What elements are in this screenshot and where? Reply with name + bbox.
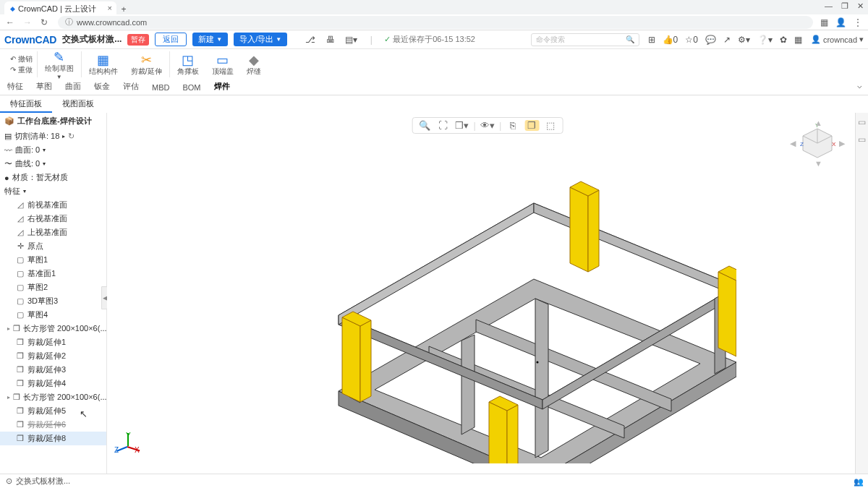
logo[interactable]: CrownCAD [4, 34, 56, 46]
export-button[interactable]: 导入/导出 ▼ [234, 33, 287, 46]
svg-text:Z: Z [800, 141, 804, 147]
cut-list-row[interactable]: ▤ 切割清单: 18 ▸↻ [0, 129, 106, 143]
menu-icon[interactable]: ⋮ [854, 17, 862, 27]
refresh-icon[interactable]: ↻ [68, 132, 75, 141]
chat-icon[interactable]: 💬 [705, 35, 716, 45]
status-tab[interactable]: 交换式板材激... [16, 476, 70, 487]
close-tab-icon[interactable]: × [108, 4, 112, 12]
branch-icon[interactable]: ⎇ [303, 35, 318, 45]
star-button[interactable]: ☆0 [685, 35, 698, 45]
zoom-icon[interactable]: 🔍 [417, 120, 432, 131]
material-row[interactable]: ● 材质：暂无材质 [0, 171, 106, 184]
tree-item[interactable]: ✛原点 [0, 239, 106, 253]
shade-icon[interactable]: ❐ [524, 120, 539, 131]
tree-item[interactable]: ◿上视基准面 [0, 226, 106, 239]
last-saved: ✓最近保存于06-15 13:52 [384, 34, 475, 45]
tab-evaluate[interactable]: 评估 [123, 81, 139, 95]
curve-row[interactable]: 〜 曲线: 0 ▾ [0, 157, 106, 171]
redo-button[interactable]: ↷ 重做 [10, 65, 33, 75]
help-icon[interactable]: ❔▾ [757, 35, 773, 45]
ribbon-weld[interactable]: ◆焊缝 [241, 52, 267, 77]
tab-mbd[interactable]: MBD [152, 83, 169, 95]
user-menu[interactable]: 👤 crowncad ▾ [811, 35, 864, 44]
tree-item[interactable]: ▢草图4 [0, 308, 106, 322]
tab-sketch[interactable]: 草图 [36, 81, 52, 95]
tree-item[interactable]: ▢3D草图3 [0, 294, 106, 308]
tab-feature[interactable]: 特征 [7, 81, 23, 95]
ribbon-undo-redo: ↶ 撤销 ↷ 重做 [6, 51, 38, 77]
share-icon[interactable]: ↗ [723, 35, 731, 45]
tree-item[interactable]: ◿前视基准面 [0, 198, 106, 212]
tree-item[interactable]: ❒剪裁/延伸1 [0, 335, 106, 349]
wireframe-icon[interactable]: ⬚ [543, 120, 558, 131]
rail-item-2[interactable]: ▭ [858, 134, 866, 145]
back-button[interactable]: ← [6, 17, 16, 27]
tree-item[interactable]: ▸ ❒长方形管 200×100×6(... [0, 390, 106, 404]
tab-bom[interactable]: BOM [182, 83, 200, 95]
viewport[interactable]: 🔍 ⛶ ❒▾ | 👁▾ | ⎘ ❐ ⬚ [107, 113, 868, 474]
print-icon[interactable]: 🖶 [323, 35, 338, 45]
profile-icon[interactable]: 👤 [835, 17, 846, 27]
browser-tab[interactable]: ◆ CrownCAD | 云上设计 × [4, 1, 116, 14]
forward-button[interactable]: → [23, 17, 33, 27]
url-field[interactable]: ⓘ www.crowncad.com [58, 16, 813, 29]
feature-header[interactable]: 特征 ▾ [0, 184, 106, 198]
tree-item[interactable]: ◿右视基准面 [0, 212, 106, 226]
tree-item[interactable]: ❒剪裁/延伸4 [0, 377, 106, 390]
maximize-button[interactable]: ❐ [841, 1, 848, 11]
tree-item[interactable]: ▢草图1 [0, 253, 106, 267]
rail-item-1[interactable]: ▭ [858, 117, 866, 127]
svg-point-27 [537, 361, 539, 364]
undo-button[interactable]: ↶ 撤销 [10, 54, 33, 64]
panel-tabs: 特征面板 视图面板 [0, 95, 868, 113]
tab-view-panel[interactable]: 视图面板 [52, 95, 104, 113]
tree-item[interactable]: ▸ ❒长方形管 200×100×6(... [0, 322, 106, 335]
tab-feature-panel[interactable]: 特征面板 [0, 95, 52, 113]
page-icon[interactable]: ▤▾ [344, 35, 358, 45]
svg-marker-15 [342, 317, 360, 402]
nav-cube[interactable]: Y Z X ▲ ▼ ◀ ▶ [796, 121, 839, 165]
tab-sheetmetal[interactable]: 钣金 [94, 81, 110, 95]
collapse-ribbon-icon[interactable]: ⌵ [857, 81, 862, 90]
minimize-button[interactable]: — [825, 1, 833, 11]
ribbon-sketch[interactable]: ✎ 绘制草图▼ [39, 49, 80, 80]
return-button[interactable]: 返回 [155, 33, 187, 46]
ribbon-trim[interactable]: ✂剪裁/延伸 [125, 52, 168, 77]
right-rail: ▭ ▭ [855, 113, 868, 474]
grid-icon[interactable]: ⊞ [648, 35, 655, 45]
new-button[interactable]: 新建 ▼ [192, 33, 228, 46]
check-icon: ✓ [384, 35, 391, 44]
tree-item[interactable]: ❒剪裁/延伸5 [0, 404, 106, 418]
ribbon-endcap[interactable]: ▭顶端盖 [206, 52, 239, 77]
ribbon-tabs: 特征 草图 曲面 钣金 评估 MBD BOM 焊件 ⌵ [0, 80, 868, 95]
visibility-icon[interactable]: 👁▾ [480, 120, 495, 131]
gear-icon[interactable]: ⚙▾ [738, 35, 750, 45]
copy-view-icon[interactable]: ⎘ [506, 120, 520, 131]
reload-button[interactable]: ↻ [41, 17, 51, 27]
svg-marker-24 [718, 272, 736, 356]
tab-surface[interactable]: 曲面 [65, 81, 81, 95]
command-search[interactable]: 命令搜索🔍 [531, 33, 639, 46]
surface-row[interactable]: 〰 曲面: 0 ▾ [0, 143, 106, 157]
settings2-icon[interactable]: ✿ [780, 35, 787, 45]
apps-icon[interactable]: ▦ [794, 35, 802, 45]
ribbon-gusset[interactable]: ◳角撑板 [171, 52, 205, 77]
tree-item[interactable]: ❒剪裁/延伸3 [0, 363, 106, 377]
cursor-icon: ↖ [80, 408, 88, 419]
search-icon: 🔍 [626, 35, 634, 43]
tree-item[interactable]: ❒剪裁/延伸6 [0, 418, 106, 432]
tree-item[interactable]: ▢基准面1 [0, 267, 106, 281]
ribbon-structural[interactable]: ▦结构构件 [83, 52, 124, 77]
favicon-icon: ◆ [10, 5, 15, 12]
tree-item[interactable]: ❒剪裁/延伸2 [0, 349, 106, 363]
tree-item[interactable]: ▢草图2 [0, 281, 106, 294]
like-button[interactable]: 👍0 [663, 35, 678, 45]
tree-item[interactable]: ❒剪裁/延伸8 [0, 432, 106, 445]
new-tab-button[interactable]: + [116, 4, 131, 14]
close-button[interactable]: ✕ [857, 1, 864, 11]
extension-icon[interactable]: ▦ [820, 17, 828, 27]
tab-weldment[interactable]: 焊件 [214, 81, 230, 95]
fit-icon[interactable]: ⛶ [436, 120, 451, 131]
people-icon[interactable]: 👥 [854, 477, 864, 487]
box-icon[interactable]: ❒▾ [455, 120, 469, 131]
